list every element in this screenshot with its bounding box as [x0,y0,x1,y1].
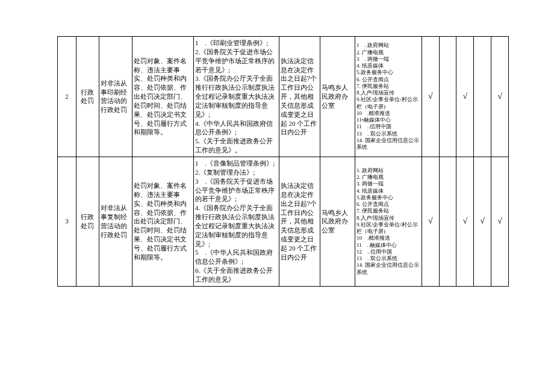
cell-check-5: √ [491,37,509,157]
cell-check-1: √ [422,157,439,286]
cell-check-2 [439,37,456,157]
cell-check-3: √ [456,37,474,157]
cell-index: 3 [58,157,76,286]
cell-type: 行政处罚 [76,157,99,286]
cell-type: 行政处罚 [76,37,99,157]
table-row: 3行政处罚对非法从事复制经营活动的行政处罚处罚对象、案件名称、违法主要事实、处罚… [58,157,509,286]
cell-channel: 1 . 政府网站 2. 广播电视 3 . 两微一端 4. 纸质媒体 5.政务服务… [355,37,422,157]
table-row: 2行政处罚对非法从事印刷经营活动的行政处罚处罚对象、案件名称、违法主要事实、处罚… [58,37,509,157]
cell-basis: 1 .《印刷业管理条例》; 2.《国务院关于促进市场公平竞争维护市场正常秩序的若… [193,37,279,157]
cell-check-3: √ [456,157,474,286]
disclosure-table: 2行政处罚对非法从事印刷经营活动的行政处罚处罚对象、案件名称、违法主要事实、处罚… [57,36,509,287]
cell-index: 2 [58,37,76,157]
cell-item: 对非法从事复制经营活动的行政处罚 [99,157,132,286]
cell-subject: 马鸣乡人民政府办公室 [320,157,355,286]
cell-item: 对非法从事印刷经营活动的行政处罚 [99,37,132,157]
cell-check-5: √ [491,157,509,286]
cell-check-2 [439,157,456,286]
cell-time: 执法决定信息在决定作出之日起7个工作日内公开，其他相关信息形成或变更之日起 20… [279,37,320,157]
cell-check-4: √ [474,157,491,286]
cell-time: 执法决定信息在决定作出之日起7个工作日内公开，其他相关信息形成或变更之日起 20… [279,157,320,286]
cell-check-1: √ [422,37,439,157]
cell-content: 处罚对象、案件名称、违法主要事实、处罚种类和内容、处罚依据、作出处罚决定部门、处… [132,37,194,157]
cell-basis: 1 .《音像制品管理条例》; 2.《复制管理办法》; 3 .《国务院关于促进市场… [193,157,279,286]
cell-content: 处罚对象、案件名称、违法主要事实、处罚种类和内容、处罚依据、作出处罚决定部门、处… [132,157,194,286]
cell-channel: 1. 政府网站 2. 广播电视 3. 两微一端 4. 纸质媒体 5.政务服务中心… [355,157,422,286]
cell-check-4 [474,37,491,157]
cell-subject: 马鸣乡人民政府办公室 [320,37,355,157]
